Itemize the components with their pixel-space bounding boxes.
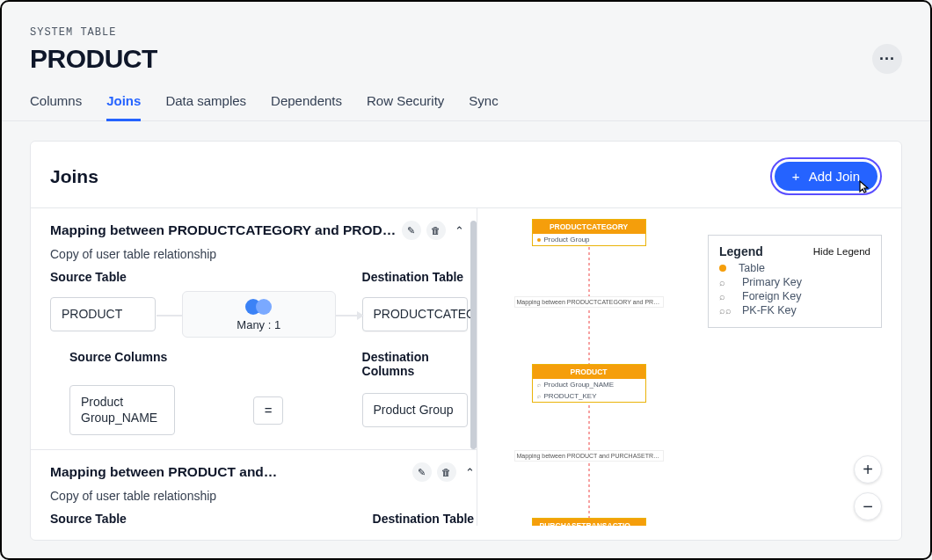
source-table-value: PRODUCT xyxy=(50,297,156,332)
dest-table-heading-2: Destination Table xyxy=(373,512,477,526)
panel-header: Joins + Add Join xyxy=(50,157,882,195)
mapping-2-title: Mapping between PRODUCT and… xyxy=(50,464,277,480)
legend-key-icon: ⌕ xyxy=(719,277,730,287)
joins-panel: Joins + Add Join xyxy=(30,141,902,541)
page-header: SYSTEM TABLE PRODUCT xyxy=(2,2,930,74)
tab-joins[interactable]: Joins xyxy=(106,93,141,121)
zoom-in-button[interactable]: + xyxy=(854,455,882,484)
scrollbar[interactable] xyxy=(470,221,477,449)
cardinality-label: Many : 1 xyxy=(237,318,280,331)
dest-columns-heading: Destination Columns xyxy=(362,350,468,378)
page-overline: SYSTEM TABLE xyxy=(30,26,902,39)
tab-data-samples[interactable]: Data samples xyxy=(165,93,246,121)
collapse-toggle[interactable]: ⌃ xyxy=(451,224,468,237)
equals-operator: = xyxy=(253,396,283,425)
node-header: PRODUCTCATEGORY xyxy=(533,220,645,234)
add-join-highlight: + Add Join xyxy=(770,157,882,195)
legend-box: Legend Hide Legend Table ⌕Primary Key ⌕F… xyxy=(708,235,882,328)
mapping-block-1: Mapping between PRODUCTCATEGORY and PROD… xyxy=(50,221,468,435)
mapping-1-title: Mapping between PRODUCTCATEGORY and PROD… xyxy=(50,222,397,238)
hide-legend-link[interactable]: Hide Legend xyxy=(813,246,870,257)
legend-key-icon: ⌕⌕ xyxy=(719,305,730,316)
source-columns-heading: Source Columns xyxy=(69,350,175,378)
legend-heading: Legend xyxy=(719,244,763,258)
mapping-block-2: Mapping between PRODUCT and… ✎ 🗑 ⌃ Copy … xyxy=(31,449,477,526)
mappings-list: Mapping between PRODUCTCATEGORY and PROD… xyxy=(31,208,477,526)
legend-item: Primary Key xyxy=(742,276,802,288)
zoom-out-button[interactable]: − xyxy=(854,492,882,520)
diagram-node-productcategory[interactable]: PRODUCTCATEGORY Product Group xyxy=(532,219,646,246)
join-line-right xyxy=(335,315,361,316)
edit-button[interactable]: ✎ xyxy=(412,462,432,482)
node-column: Product Group_NAME xyxy=(544,381,615,389)
legend-item: PK-FK Key xyxy=(742,304,797,316)
panel-body: Mapping between PRODUCTCATEGORY and PROD… xyxy=(31,207,901,526)
node-header: PRODUCT xyxy=(533,365,645,379)
title-row: PRODUCT xyxy=(30,44,902,74)
diagram-node-purchasetransaction[interactable]: PURCHASETRANSACTIO… ⌕ITEMID xyxy=(532,518,646,526)
legend-item: Table xyxy=(739,262,765,274)
tab-sync[interactable]: Sync xyxy=(469,93,498,121)
source-column-value: Product Group_NAME xyxy=(69,385,175,435)
schema-diagram-pane: PRODUCTCATEGORY Product Group Mapping be… xyxy=(490,208,901,526)
plus-icon: + xyxy=(792,169,800,184)
legend-dot-icon xyxy=(719,265,726,272)
venn-icon xyxy=(192,299,326,315)
node-column: PRODUCT_KEY xyxy=(544,392,597,400)
mapping-1-subtitle: Copy of user table relationship xyxy=(50,247,468,261)
legend-item: Foreign Key xyxy=(742,290,801,302)
delete-button[interactable]: 🗑 xyxy=(437,462,456,482)
join-cardinality-box[interactable]: Many : 1 xyxy=(182,291,336,338)
delete-button[interactable]: 🗑 xyxy=(426,221,446,240)
dest-table-heading: Destination Table xyxy=(362,270,468,284)
content-area: Joins + Add Join xyxy=(2,121,930,541)
add-join-button[interactable]: + Add Join xyxy=(775,162,877,191)
diagram-edge-label-1: Mapping between PRODUCTCATEGORY and PROD… xyxy=(514,296,664,308)
diagram-node-product[interactable]: PRODUCT ⌕Product Group_NAME ⌕PRODUCT_KEY xyxy=(532,364,646,403)
more-actions-button[interactable] xyxy=(872,44,902,74)
page-title: PRODUCT xyxy=(30,44,157,74)
tab-columns[interactable]: Columns xyxy=(30,93,82,121)
tab-row-security[interactable]: Row Security xyxy=(367,93,444,121)
node-column: Product Group xyxy=(544,236,590,244)
tab-dependents[interactable]: Dependents xyxy=(271,93,342,121)
schema-diagram[interactable]: PRODUCTCATEGORY Product Group Mapping be… xyxy=(500,219,884,526)
diagram-edge-label-2: Mapping between PRODUCT and PURCHASETRAN… xyxy=(514,450,664,462)
dest-column-value: Product Group xyxy=(362,393,468,428)
node-header: PURCHASETRANSACTIO… xyxy=(533,519,645,526)
source-table-heading: Source Table xyxy=(50,270,156,284)
source-table-heading-2: Source Table xyxy=(50,512,156,526)
zoom-controls: + − xyxy=(854,455,882,520)
panel-title: Joins xyxy=(50,166,98,187)
legend-key-icon: ⌕ xyxy=(719,291,730,302)
mapping-2-subtitle: Copy of user table relationship xyxy=(50,489,477,503)
app-frame: SYSTEM TABLE PRODUCT Columns Joins Data … xyxy=(0,0,932,560)
join-line-left xyxy=(157,315,183,316)
collapse-toggle[interactable]: ⌃ xyxy=(462,466,477,479)
dest-table-value: PRODUCTCATEGORY xyxy=(362,297,468,332)
edit-button[interactable]: ✎ xyxy=(402,221,421,240)
tabs-bar: Columns Joins Data samples Dependents Ro… xyxy=(2,93,930,121)
add-join-label: Add Join xyxy=(809,169,860,184)
